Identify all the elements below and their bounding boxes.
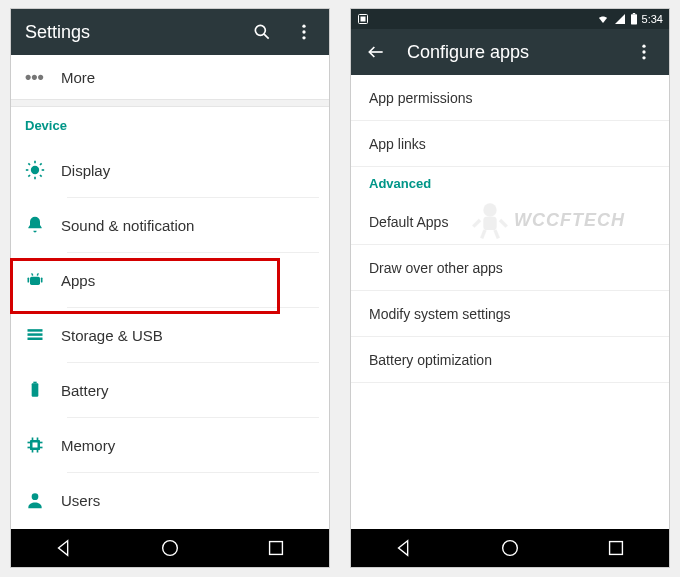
navbar: [11, 529, 329, 567]
svg-point-2: [302, 25, 305, 28]
svg-rect-40: [632, 13, 634, 14]
svg-rect-23: [33, 382, 36, 384]
svg-point-44: [642, 56, 645, 59]
svg-point-3: [302, 30, 305, 33]
svg-point-43: [642, 50, 645, 53]
nav-recent-icon[interactable]: [246, 537, 306, 559]
item-app-permissions[interactable]: App permissions: [351, 75, 669, 121]
svg-rect-36: [270, 542, 283, 555]
settings-item-users[interactable]: Users: [11, 473, 329, 527]
settings-item-storage[interactable]: Storage & USB: [11, 308, 329, 362]
settings-item-label: Users: [61, 492, 100, 509]
settings-item-sound[interactable]: Sound & notification: [11, 198, 329, 252]
more-icon: •••: [25, 67, 61, 88]
svg-line-1: [264, 34, 269, 39]
display-icon: [25, 160, 61, 180]
search-icon[interactable]: [251, 21, 273, 43]
settings-screen: Settings ••• More Device Display Sound &…: [10, 8, 330, 568]
item-label: App links: [369, 136, 426, 152]
appbar-configure: Configure apps: [351, 29, 669, 75]
overflow-menu-icon[interactable]: [633, 41, 655, 63]
svg-rect-18: [41, 278, 43, 283]
wifi-icon: [596, 13, 610, 25]
navbar: [351, 529, 669, 567]
settings-item-label: More: [61, 69, 95, 86]
person-icon: [25, 490, 61, 510]
nav-back-icon[interactable]: [34, 537, 94, 559]
svg-rect-25: [33, 443, 38, 448]
section-separator: [11, 99, 329, 107]
signal-icon: [614, 13, 626, 25]
svg-rect-19: [28, 329, 43, 332]
memory-icon: [25, 435, 61, 455]
nav-home-icon[interactable]: [140, 537, 200, 559]
battery-status-icon: [630, 13, 638, 25]
svg-point-4: [302, 36, 305, 39]
settings-item-battery[interactable]: Battery: [11, 363, 329, 417]
svg-rect-17: [28, 278, 30, 283]
settings-item-label: Display: [61, 162, 110, 179]
svg-rect-46: [610, 542, 623, 555]
settings-item-apps[interactable]: Apps: [11, 253, 329, 307]
back-arrow-icon[interactable]: [365, 41, 387, 63]
advanced-subheader: Advanced: [351, 167, 669, 199]
nav-home-icon[interactable]: [480, 537, 540, 559]
storage-icon: [25, 325, 61, 345]
item-label: Modify system settings: [369, 306, 511, 322]
settings-item-more[interactable]: ••• More: [11, 55, 329, 99]
svg-point-5: [31, 166, 39, 174]
settings-content: ••• More Device Display Sound & notifica…: [11, 55, 329, 529]
svg-point-42: [642, 45, 645, 48]
screenshot-icon: [357, 13, 369, 25]
svg-line-12: [28, 175, 30, 177]
item-default-apps[interactable]: Default Apps: [351, 199, 669, 245]
appbar-title: Settings: [25, 22, 231, 43]
settings-item-display[interactable]: Display: [11, 143, 329, 197]
item-label: Battery optimization: [369, 352, 492, 368]
svg-rect-20: [28, 333, 43, 336]
item-label: Default Apps: [369, 214, 448, 230]
nav-back-icon[interactable]: [374, 537, 434, 559]
android-icon: [25, 270, 61, 290]
status-time: 5:34: [642, 13, 663, 25]
svg-line-13: [40, 163, 42, 165]
item-draw-over[interactable]: Draw over other apps: [351, 245, 669, 291]
settings-item-label: Battery: [61, 382, 109, 399]
statusbar: 5:34: [351, 9, 669, 29]
item-app-links[interactable]: App links: [351, 121, 669, 167]
settings-item-label: Apps: [61, 272, 95, 289]
bell-icon: [25, 215, 61, 235]
svg-point-0: [255, 25, 265, 35]
svg-point-35: [163, 541, 178, 556]
settings-item-memory[interactable]: Memory: [11, 418, 329, 472]
svg-rect-21: [28, 338, 43, 341]
settings-item-label: Memory: [61, 437, 115, 454]
svg-rect-14: [30, 277, 40, 285]
svg-rect-39: [631, 14, 637, 24]
settings-item-label: Storage & USB: [61, 327, 163, 344]
svg-line-11: [40, 175, 42, 177]
device-subheader: Device: [11, 107, 329, 143]
appbar-settings: Settings: [11, 9, 329, 55]
svg-line-10: [28, 163, 30, 165]
item-modify-system[interactable]: Modify system settings: [351, 291, 669, 337]
appbar-title: Configure apps: [407, 42, 613, 63]
svg-rect-38: [361, 17, 366, 22]
nav-recent-icon[interactable]: [586, 537, 646, 559]
item-battery-optimization[interactable]: Battery optimization: [351, 337, 669, 383]
configure-apps-screen: 5:34 Configure apps App permissions App …: [350, 8, 670, 568]
overflow-menu-icon[interactable]: [293, 21, 315, 43]
svg-point-34: [32, 493, 39, 500]
item-label: App permissions: [369, 90, 473, 106]
item-label: Draw over other apps: [369, 260, 503, 276]
configure-content: App permissions App links Advanced Defau…: [351, 75, 669, 529]
svg-point-45: [503, 541, 518, 556]
settings-item-label: Sound & notification: [61, 217, 194, 234]
svg-rect-22: [32, 383, 39, 396]
battery-icon: [25, 380, 61, 400]
